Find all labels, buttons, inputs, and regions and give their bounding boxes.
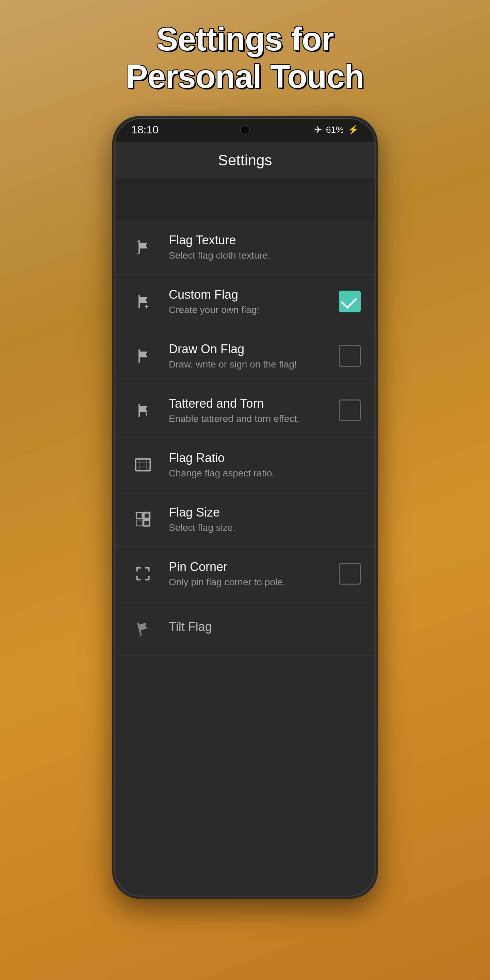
svg-rect-5 <box>143 520 150 526</box>
battery-icon: ⚡ <box>348 124 359 135</box>
tattered-text: Tattered and Torn Enable tattered and to… <box>169 396 339 424</box>
flag-ratio-icon <box>129 451 156 479</box>
svg-rect-3 <box>143 513 150 519</box>
camera-notch <box>240 125 250 135</box>
settings-item-flag-ratio[interactable]: Flag Ratio Change flag aspect ratio. <box>115 438 375 492</box>
pin-corner-subtitle: Only pin flag corner to pole. <box>169 577 339 588</box>
flag-ratio-subtitle: Change flag aspect ratio. <box>169 468 361 479</box>
settings-list[interactable]: Flag Texture Select flag cloth texture. … <box>115 179 375 897</box>
pin-corner-icon <box>129 560 156 587</box>
draw-flag-icon <box>129 342 156 369</box>
flag-texture-icon <box>129 234 156 261</box>
svg-text:+: + <box>144 302 149 310</box>
flag-texture-subtitle: Select flag cloth texture. <box>169 250 361 261</box>
status-bar: 18:10 ✈ 61% ⚡ <box>115 118 375 142</box>
flag-size-icon <box>129 506 156 533</box>
tilt-flag-text: Tilt Flag <box>169 620 361 637</box>
custom-flag-text: Custom Flag Create your own flag! <box>169 288 339 315</box>
settings-item-custom-flag[interactable]: + Custom Flag Create your own flag! <box>115 275 375 329</box>
app-bar: Settings <box>115 142 375 179</box>
status-icons: ✈ 61% ⚡ <box>314 124 359 135</box>
svg-rect-1 <box>135 459 150 471</box>
draw-flag-text: Draw On Flag Draw, write or sign on the … <box>169 342 339 370</box>
svg-rect-4 <box>137 520 142 526</box>
hero-title: Settings for Personal Touch <box>99 21 391 95</box>
custom-flag-subtitle: Create your own flag! <box>169 305 339 315</box>
custom-flag-checkbox[interactable] <box>339 291 361 312</box>
settings-item-draw-flag[interactable]: Draw On Flag Draw, write or sign on the … <box>115 329 375 383</box>
flag-size-subtitle: Select flag size. <box>169 522 361 533</box>
flag-ratio-text: Flag Ratio Change flag aspect ratio. <box>169 451 361 479</box>
tattered-subtitle: Enable tattered and torn effect. <box>169 414 339 424</box>
page-wrapper: Settings for Personal Touch 18:10 ✈ 61% … <box>0 0 490 980</box>
airplane-icon: ✈ <box>314 124 322 135</box>
settings-item-flag-size[interactable]: Flag Size Select flag size. <box>115 492 375 547</box>
battery-level: 61% <box>326 124 344 135</box>
draw-flag-subtitle: Draw, write or sign on the flag! <box>169 359 339 370</box>
tattered-icon <box>129 397 156 424</box>
flag-size-text: Flag Size Select flag size. <box>169 505 361 533</box>
flag-texture-title: Flag Texture <box>169 233 361 247</box>
app-bar-title: Settings <box>218 152 272 169</box>
flag-ratio-title: Flag Ratio <box>169 451 361 465</box>
pin-corner-checkbox[interactable] <box>339 563 361 585</box>
flag-texture-text: Flag Texture Select flag cloth texture. <box>169 233 361 261</box>
tilt-flag-icon <box>129 614 156 642</box>
custom-flag-icon: + <box>129 288 156 315</box>
settings-item-tilt-flag[interactable]: Tilt Flag <box>115 601 375 656</box>
draw-flag-checkbox[interactable] <box>339 345 361 367</box>
phone-content: Settings Flag Texture Selec <box>115 142 375 897</box>
flag-size-title: Flag Size <box>169 505 361 520</box>
custom-flag-title: Custom Flag <box>169 288 339 302</box>
settings-item-flag-texture[interactable]: Flag Texture Select flag cloth texture. <box>115 220 375 275</box>
section-spacer <box>115 179 375 220</box>
tilt-flag-title: Tilt Flag <box>169 620 361 634</box>
pin-corner-title: Pin Corner <box>169 560 339 574</box>
phone-frame: 18:10 ✈ 61% ⚡ Settings <box>112 116 378 899</box>
settings-item-pin-corner[interactable]: Pin Corner Only pin flag corner to pole. <box>115 547 375 601</box>
pin-corner-text: Pin Corner Only pin flag corner to pole. <box>169 560 339 588</box>
tattered-title: Tattered and Torn <box>169 396 339 411</box>
settings-item-tattered[interactable]: Tattered and Torn Enable tattered and to… <box>115 383 375 438</box>
svg-rect-2 <box>137 513 142 519</box>
status-time: 18:10 <box>131 124 159 136</box>
draw-flag-title: Draw On Flag <box>169 342 339 356</box>
tattered-checkbox[interactable] <box>339 399 361 421</box>
